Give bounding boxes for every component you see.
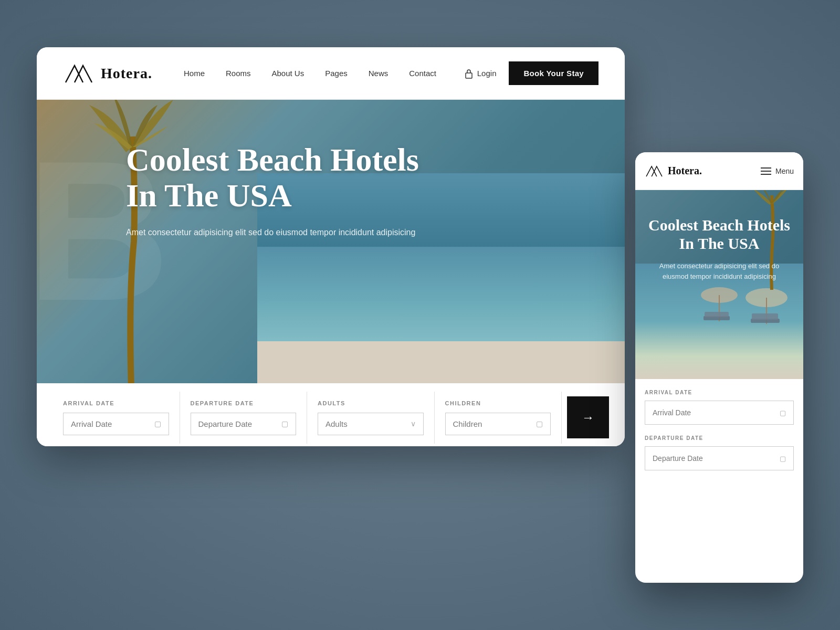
calendar-icon-departure: ▢ [281,419,288,428]
nav-contact[interactable]: Contact [409,69,436,78]
departure-date-field: DEPARTURE DATE Departure Date ▢ [180,392,308,444]
book-button[interactable]: Book Your Stay [509,61,598,85]
desktop-hero: B Coolest Beach Hotels In The USA Amet c… [37,100,625,383]
nav-home[interactable]: Home [184,69,205,78]
hero-content: Coolest Beach Hotels In The USA Amet con… [126,142,420,239]
mobile-logo-icon [645,163,664,179]
pool-water [257,247,625,352]
mobile-hero-content: Coolest Beach Hotels In The USA Amet con… [646,216,793,281]
mobile-departure-placeholder: Departure Date [653,454,703,463]
menu-label: Menu [775,167,794,175]
calendar-icon-children: ▢ [536,419,543,428]
pool-deck [257,341,625,383]
mobile-arrival-label: ARRIVAL DATE [645,390,794,395]
mobile-hero-title: Coolest Beach Hotels In The USA [646,216,793,253]
booking-submit-button[interactable]: → [567,396,609,438]
nav-pages[interactable]: Pages [325,69,348,78]
login-button[interactable]: Login [465,68,497,79]
hero-subtitle: Amet consectetur adipisicing elit sed do… [126,226,420,239]
desktop-header: Hotera. Home Rooms About Us Pages News C… [37,47,625,100]
mobile-calendar-icon-arrival: ▢ [780,409,786,417]
scene: Hotera. Home Rooms About Us Pages News C… [37,47,803,583]
departure-date-input[interactable]: Departure Date ▢ [191,413,297,435]
mobile-hero: Coolest Beach Hotels In The USA Amet con… [635,190,803,379]
arrival-date-input[interactable]: Arrival Date ▢ [63,413,169,435]
booking-bar: ARRIVAL DATE Arrival Date ▢ DEPARTURE DA… [37,383,625,446]
arrow-right-icon: → [582,411,594,425]
nav-news[interactable]: News [369,69,388,78]
departure-date-label: DEPARTURE DATE [191,400,297,406]
mobile-brand-name: Hotera. [668,165,702,177]
mobile-departure-field: DEPARTURE DATE Departure Date ▢ [645,435,794,470]
chevron-down-icon-adults: ∨ [411,419,416,428]
hero-title: Coolest Beach Hotels In The USA [126,142,420,213]
mobile-mockup: Hotera. Menu [635,152,803,583]
arrival-date-placeholder: Arrival Date [71,419,112,428]
mobile-menu-button[interactable]: Menu [761,167,794,175]
mobile-arrival-field: ARRIVAL DATE Arrival Date ▢ [645,390,794,425]
nav-rooms[interactable]: Rooms [226,69,251,78]
desktop-mockup: Hotera. Home Rooms About Us Pages News C… [37,47,625,446]
svg-rect-8 [752,313,778,320]
login-label: Login [477,69,497,78]
svg-rect-0 [466,73,472,78]
mobile-header: Hotera. Menu [635,152,803,190]
mobile-departure-input[interactable]: Departure Date ▢ [645,446,794,470]
brand-name: Hotera. [101,65,152,82]
mobile-logo[interactable]: Hotera. [645,163,702,179]
children-input[interactable]: Children ▢ [445,413,551,435]
desktop-nav: Home Rooms About Us Pages News Contact [184,69,465,78]
nav-about[interactable]: About Us [272,69,304,78]
mobile-arrival-input[interactable]: Arrival Date ▢ [645,401,794,425]
hamburger-icon [761,167,771,175]
children-label: CHILDREN [445,400,551,406]
mobile-calendar-icon-departure: ▢ [780,455,786,463]
mobile-arrival-placeholder: Arrival Date [653,408,691,417]
adults-input[interactable]: Adults ∨ [318,413,424,435]
calendar-icon-arrival: ▢ [154,419,161,428]
mobile-booking: ARRIVAL DATE Arrival Date ▢ DEPARTURE DA… [635,379,803,491]
svg-rect-4 [705,312,729,317]
header-right: Login Book Your Stay [465,61,598,85]
children-field: CHILDREN Children ▢ [435,392,562,444]
adults-placeholder: Adults [326,419,348,428]
children-placeholder: Children [453,419,482,428]
mobile-hero-subtitle: Amet consectetur adipisicing elit sed do… [646,261,793,281]
logo-icon [63,60,94,87]
lock-icon [465,68,473,79]
beach-chairs-icon [693,285,798,337]
departure-date-placeholder: Departure Date [198,419,253,428]
mobile-departure-label: DEPARTURE DATE [645,435,794,441]
logo-area[interactable]: Hotera. [63,60,152,87]
arrival-date-field: ARRIVAL DATE Arrival Date ▢ [52,392,180,444]
adults-field: ADULTS Adults ∨ [307,392,435,444]
adults-label: ADULTS [318,400,424,406]
arrival-date-label: ARRIVAL DATE [63,400,169,406]
